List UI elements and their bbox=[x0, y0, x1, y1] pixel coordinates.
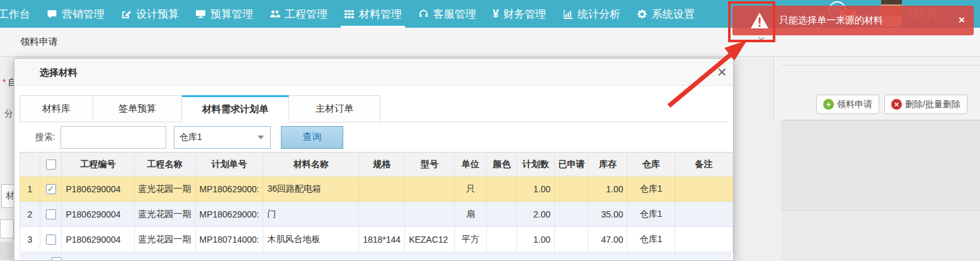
dialog-tabs: 材料库签单预算材料需求计划单主材订单 bbox=[20, 95, 728, 122]
table-cell: P1806290004 bbox=[62, 177, 134, 202]
table-cell: MP180714000: bbox=[195, 227, 263, 252]
table-cell bbox=[487, 227, 517, 252]
row-checkbox[interactable] bbox=[52, 257, 62, 261]
row-checkbox[interactable] bbox=[46, 209, 56, 219]
divider bbox=[782, 65, 980, 66]
row-checkbox-cell bbox=[40, 202, 62, 227]
table-cell: 平方 bbox=[454, 227, 486, 252]
table-cell: 35.00 bbox=[588, 202, 627, 227]
grid-icon bbox=[344, 9, 355, 20]
row-checkbox[interactable]: ✓ bbox=[46, 184, 56, 194]
nav-item-customer-service[interactable]: 客服管理 bbox=[410, 0, 484, 28]
row-number: 3 bbox=[20, 227, 40, 252]
annotation-highlight-box bbox=[728, 1, 775, 42]
yuan-icon: ¥ bbox=[493, 8, 499, 21]
nav-item-finance[interactable]: ¥财务管理 bbox=[484, 0, 554, 28]
table-header-cell: 工程编号 bbox=[62, 153, 134, 177]
row-checkbox[interactable] bbox=[46, 235, 56, 245]
nav-item-statistics[interactable]: 统计分析 bbox=[554, 0, 629, 28]
table-cell: 2.00 bbox=[517, 202, 555, 227]
gear-icon bbox=[637, 9, 647, 20]
table-cell: 蓝光花园一期 bbox=[134, 227, 195, 252]
nav-item-label: 工作台 bbox=[0, 7, 30, 21]
table-row[interactable]: 1✓P1806290004蓝光花园一期MP180629000:36回路配电箱只1… bbox=[20, 177, 733, 202]
table-cell: 仓库1 bbox=[627, 177, 675, 202]
page-tab-material-request[interactable]: 领料申请 bbox=[20, 36, 58, 48]
col-select-all bbox=[40, 153, 62, 177]
nav-item-label: 客服管理 bbox=[433, 7, 476, 21]
dialog-tab-1[interactable]: 签单预算 bbox=[93, 95, 182, 122]
table-cell: 蓝光花园一期 bbox=[134, 202, 195, 227]
table-row-partial bbox=[20, 253, 731, 261]
background-content-panel: + 领料申请 × 删除/批量删除 bbox=[773, 57, 980, 261]
delete-batch-button[interactable]: × 删除/批量删除 bbox=[884, 95, 967, 114]
nav-item-label: 设计预算 bbox=[136, 7, 179, 21]
table-header-cell: 材料名称 bbox=[263, 153, 359, 177]
table-cell bbox=[555, 202, 588, 227]
table-cell: 扇 bbox=[454, 202, 486, 227]
background-box-fragment bbox=[0, 219, 14, 238]
nav-item-materials[interactable]: 材料管理 bbox=[336, 0, 410, 28]
table-cell bbox=[405, 202, 455, 227]
warehouse-select[interactable]: 仓库1 bbox=[174, 126, 271, 149]
table-cell: MP180629000: bbox=[195, 177, 263, 202]
edit-icon bbox=[121, 9, 132, 20]
table-cell bbox=[487, 202, 517, 227]
dialog-title: 选择材料 bbox=[14, 59, 733, 86]
dialog-tab-0[interactable]: 材料库 bbox=[20, 95, 93, 122]
table-header-cell: 颜色 bbox=[487, 153, 517, 177]
dialog-tab-2[interactable]: 材料需求计划单 bbox=[182, 95, 289, 122]
material-table: 工程编号工程名称计划单号材料名称规格型号单位颜色计划数已申请库存仓库备注 1✓P… bbox=[20, 152, 733, 252]
table-cell: 门 bbox=[263, 202, 359, 227]
monitor-icon bbox=[195, 9, 206, 20]
table-row[interactable]: 2P1806290004蓝光花园一期MP180629000:门扇2.0035.0… bbox=[20, 202, 733, 227]
table-cell: 36回路配电箱 bbox=[263, 177, 359, 202]
row-checkbox-cell bbox=[40, 227, 62, 252]
nav-item-design-budget[interactable]: 设计预算 bbox=[113, 0, 187, 28]
row-number: 1 bbox=[20, 177, 40, 202]
search-input[interactable] bbox=[60, 126, 166, 149]
table-header-row: 工程编号工程名称计划单号材料名称规格型号单位颜色计划数已申请库存仓库备注 bbox=[20, 153, 733, 177]
nav-item-engineering[interactable]: 工程管理 bbox=[261, 0, 336, 28]
table-header-cell: 计划数 bbox=[517, 153, 555, 177]
table-header-cell: 单位 bbox=[454, 153, 486, 177]
nav-menu: 工作台营销管理设计预算预算管理工程管理材料管理客服管理¥财务管理统计分析系统设置 bbox=[0, 0, 703, 28]
nav-item-label: 统计分析 bbox=[578, 7, 620, 21]
material-request-button[interactable]: + 领料申请 bbox=[816, 95, 879, 114]
delete-icon: × bbox=[891, 99, 902, 110]
query-button[interactable]: 查询 bbox=[281, 126, 343, 149]
divider bbox=[781, 210, 980, 261]
background-toolbar-area: + 领料申请 × 删除/批量删除 bbox=[773, 57, 980, 120]
table-cell: 仓库1 bbox=[627, 227, 675, 252]
search-label: 搜索: bbox=[35, 132, 55, 143]
dialog-close-icon[interactable]: × bbox=[717, 64, 727, 80]
table-cell: MP180629000: bbox=[195, 202, 263, 227]
search-row: 搜索: 仓库1 查询 bbox=[20, 122, 728, 152]
background-box-fragment-2 bbox=[0, 242, 13, 260]
nav-item-settings[interactable]: 系统设置 bbox=[629, 0, 703, 28]
material-request-button-label: 领料申请 bbox=[837, 99, 872, 110]
table-header-cell: 型号 bbox=[405, 153, 455, 177]
table-cell: 只 bbox=[454, 177, 486, 202]
row-checkbox-cell: ✓ bbox=[40, 177, 62, 202]
table-cell: 1.00 bbox=[517, 177, 555, 202]
chart-icon bbox=[562, 9, 573, 20]
select-all-checkbox[interactable] bbox=[46, 160, 56, 170]
table-cell bbox=[675, 227, 732, 252]
nav-item-marketing[interactable]: 营销管理 bbox=[38, 0, 113, 28]
table-cell: 仓库1 bbox=[627, 202, 675, 227]
table-header-cell: 工程名称 bbox=[134, 153, 195, 177]
nav-item-label: 预算管理 bbox=[210, 7, 253, 21]
table-cell: 1.00 bbox=[517, 227, 555, 252]
table-cell: 1818*144 bbox=[359, 227, 405, 252]
toast-close-icon[interactable]: × bbox=[959, 14, 965, 26]
users-icon bbox=[270, 9, 280, 20]
dialog-tab-3[interactable]: 主材订单 bbox=[289, 95, 380, 122]
nav-item-budget[interactable]: 预算管理 bbox=[187, 0, 261, 28]
nav-item-workbench[interactable]: 工作台 bbox=[0, 0, 38, 28]
plus-icon: + bbox=[823, 99, 834, 110]
table-cell: 1.00 bbox=[588, 177, 627, 202]
background-label-fragment: 分 bbox=[4, 108, 13, 120]
table-row[interactable]: 3P1806290004蓝光花园一期MP180714000:木肌风合地板1818… bbox=[20, 227, 733, 252]
table-cell bbox=[555, 177, 588, 202]
